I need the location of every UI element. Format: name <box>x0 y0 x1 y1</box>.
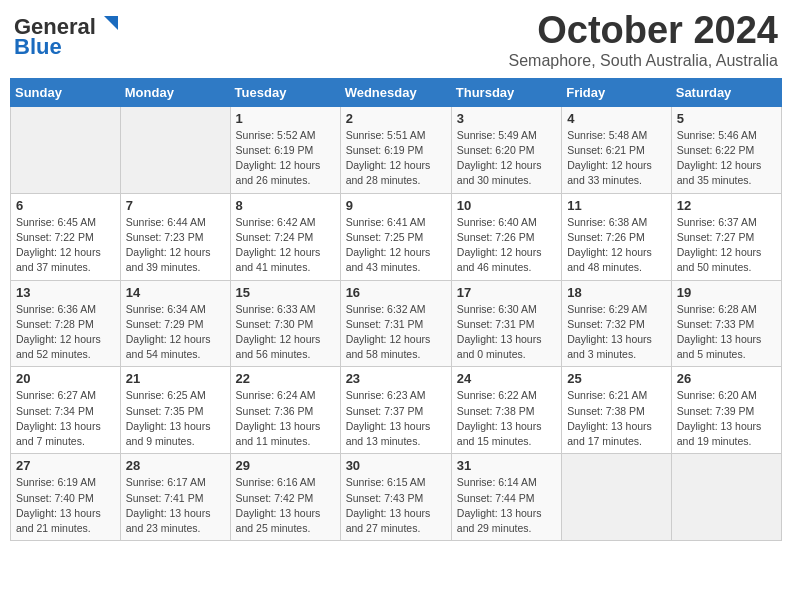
day-detail: Sunrise: 6:15 AM Sunset: 7:43 PM Dayligh… <box>346 475 446 536</box>
day-detail: Sunrise: 5:48 AM Sunset: 6:21 PM Dayligh… <box>567 128 666 189</box>
day-of-week-header: Wednesday <box>340 78 451 106</box>
day-detail: Sunrise: 6:30 AM Sunset: 7:31 PM Dayligh… <box>457 302 556 363</box>
logo-icon <box>98 14 120 36</box>
calendar-cell: 30Sunrise: 6:15 AM Sunset: 7:43 PM Dayli… <box>340 454 451 541</box>
page-header: General Blue October 2024 Semaphore, Sou… <box>10 10 782 70</box>
day-number: 26 <box>677 371 776 386</box>
logo-blue-text: Blue <box>14 34 62 60</box>
day-number: 15 <box>236 285 335 300</box>
calendar-cell: 17Sunrise: 6:30 AM Sunset: 7:31 PM Dayli… <box>451 280 561 367</box>
day-number: 18 <box>567 285 666 300</box>
day-detail: Sunrise: 6:27 AM Sunset: 7:34 PM Dayligh… <box>16 388 115 449</box>
day-detail: Sunrise: 6:29 AM Sunset: 7:32 PM Dayligh… <box>567 302 666 363</box>
title-block: October 2024 Semaphore, South Australia,… <box>509 10 779 70</box>
day-number: 5 <box>677 111 776 126</box>
calendar-cell: 29Sunrise: 6:16 AM Sunset: 7:42 PM Dayli… <box>230 454 340 541</box>
calendar-table: SundayMondayTuesdayWednesdayThursdayFrid… <box>10 78 782 541</box>
day-detail: Sunrise: 6:42 AM Sunset: 7:24 PM Dayligh… <box>236 215 335 276</box>
calendar-week-row: 13Sunrise: 6:36 AM Sunset: 7:28 PM Dayli… <box>11 280 782 367</box>
calendar-cell: 21Sunrise: 6:25 AM Sunset: 7:35 PM Dayli… <box>120 367 230 454</box>
calendar-cell: 25Sunrise: 6:21 AM Sunset: 7:38 PM Dayli… <box>562 367 672 454</box>
calendar-cell: 27Sunrise: 6:19 AM Sunset: 7:40 PM Dayli… <box>11 454 121 541</box>
day-number: 11 <box>567 198 666 213</box>
calendar-week-row: 6Sunrise: 6:45 AM Sunset: 7:22 PM Daylig… <box>11 193 782 280</box>
day-detail: Sunrise: 6:22 AM Sunset: 7:38 PM Dayligh… <box>457 388 556 449</box>
calendar-cell: 10Sunrise: 6:40 AM Sunset: 7:26 PM Dayli… <box>451 193 561 280</box>
day-number: 12 <box>677 198 776 213</box>
day-number: 8 <box>236 198 335 213</box>
day-number: 14 <box>126 285 225 300</box>
calendar-cell: 31Sunrise: 6:14 AM Sunset: 7:44 PM Dayli… <box>451 454 561 541</box>
calendar-cell: 9Sunrise: 6:41 AM Sunset: 7:25 PM Daylig… <box>340 193 451 280</box>
day-detail: Sunrise: 6:34 AM Sunset: 7:29 PM Dayligh… <box>126 302 225 363</box>
day-of-week-header: Monday <box>120 78 230 106</box>
day-number: 19 <box>677 285 776 300</box>
day-number: 2 <box>346 111 446 126</box>
calendar-cell: 19Sunrise: 6:28 AM Sunset: 7:33 PM Dayli… <box>671 280 781 367</box>
day-detail: Sunrise: 6:20 AM Sunset: 7:39 PM Dayligh… <box>677 388 776 449</box>
day-detail: Sunrise: 6:40 AM Sunset: 7:26 PM Dayligh… <box>457 215 556 276</box>
day-detail: Sunrise: 6:24 AM Sunset: 7:36 PM Dayligh… <box>236 388 335 449</box>
calendar-cell: 1Sunrise: 5:52 AM Sunset: 6:19 PM Daylig… <box>230 106 340 193</box>
calendar-cell: 15Sunrise: 6:33 AM Sunset: 7:30 PM Dayli… <box>230 280 340 367</box>
day-detail: Sunrise: 6:25 AM Sunset: 7:35 PM Dayligh… <box>126 388 225 449</box>
day-detail: Sunrise: 5:46 AM Sunset: 6:22 PM Dayligh… <box>677 128 776 189</box>
calendar-cell <box>671 454 781 541</box>
day-detail: Sunrise: 5:52 AM Sunset: 6:19 PM Dayligh… <box>236 128 335 189</box>
day-number: 4 <box>567 111 666 126</box>
day-of-week-header: Friday <box>562 78 672 106</box>
day-number: 7 <box>126 198 225 213</box>
day-detail: Sunrise: 5:49 AM Sunset: 6:20 PM Dayligh… <box>457 128 556 189</box>
day-detail: Sunrise: 6:14 AM Sunset: 7:44 PM Dayligh… <box>457 475 556 536</box>
day-of-week-header: Saturday <box>671 78 781 106</box>
day-number: 23 <box>346 371 446 386</box>
day-detail: Sunrise: 5:51 AM Sunset: 6:19 PM Dayligh… <box>346 128 446 189</box>
day-detail: Sunrise: 6:45 AM Sunset: 7:22 PM Dayligh… <box>16 215 115 276</box>
calendar-cell <box>562 454 672 541</box>
day-number: 28 <box>126 458 225 473</box>
calendar-week-row: 1Sunrise: 5:52 AM Sunset: 6:19 PM Daylig… <box>11 106 782 193</box>
calendar-cell <box>120 106 230 193</box>
day-number: 25 <box>567 371 666 386</box>
day-detail: Sunrise: 6:21 AM Sunset: 7:38 PM Dayligh… <box>567 388 666 449</box>
day-number: 22 <box>236 371 335 386</box>
calendar-cell: 5Sunrise: 5:46 AM Sunset: 6:22 PM Daylig… <box>671 106 781 193</box>
calendar-cell: 28Sunrise: 6:17 AM Sunset: 7:41 PM Dayli… <box>120 454 230 541</box>
calendar-cell: 3Sunrise: 5:49 AM Sunset: 6:20 PM Daylig… <box>451 106 561 193</box>
day-detail: Sunrise: 6:37 AM Sunset: 7:27 PM Dayligh… <box>677 215 776 276</box>
calendar-cell: 12Sunrise: 6:37 AM Sunset: 7:27 PM Dayli… <box>671 193 781 280</box>
calendar-cell <box>11 106 121 193</box>
calendar-cell: 24Sunrise: 6:22 AM Sunset: 7:38 PM Dayli… <box>451 367 561 454</box>
day-number: 16 <box>346 285 446 300</box>
day-number: 21 <box>126 371 225 386</box>
calendar-cell: 23Sunrise: 6:23 AM Sunset: 7:37 PM Dayli… <box>340 367 451 454</box>
day-detail: Sunrise: 6:28 AM Sunset: 7:33 PM Dayligh… <box>677 302 776 363</box>
day-number: 1 <box>236 111 335 126</box>
calendar-cell: 11Sunrise: 6:38 AM Sunset: 7:26 PM Dayli… <box>562 193 672 280</box>
day-number: 9 <box>346 198 446 213</box>
page-subtitle: Semaphore, South Australia, Australia <box>509 52 779 70</box>
day-detail: Sunrise: 6:17 AM Sunset: 7:41 PM Dayligh… <box>126 475 225 536</box>
calendar-cell: 13Sunrise: 6:36 AM Sunset: 7:28 PM Dayli… <box>11 280 121 367</box>
calendar-cell: 4Sunrise: 5:48 AM Sunset: 6:21 PM Daylig… <box>562 106 672 193</box>
calendar-header-row: SundayMondayTuesdayWednesdayThursdayFrid… <box>11 78 782 106</box>
day-detail: Sunrise: 6:36 AM Sunset: 7:28 PM Dayligh… <box>16 302 115 363</box>
calendar-cell: 14Sunrise: 6:34 AM Sunset: 7:29 PM Dayli… <box>120 280 230 367</box>
calendar-cell: 22Sunrise: 6:24 AM Sunset: 7:36 PM Dayli… <box>230 367 340 454</box>
svg-marker-0 <box>104 16 118 30</box>
day-detail: Sunrise: 6:33 AM Sunset: 7:30 PM Dayligh… <box>236 302 335 363</box>
day-number: 27 <box>16 458 115 473</box>
day-number: 10 <box>457 198 556 213</box>
day-number: 3 <box>457 111 556 126</box>
day-detail: Sunrise: 6:44 AM Sunset: 7:23 PM Dayligh… <box>126 215 225 276</box>
day-of-week-header: Tuesday <box>230 78 340 106</box>
calendar-week-row: 27Sunrise: 6:19 AM Sunset: 7:40 PM Dayli… <box>11 454 782 541</box>
day-detail: Sunrise: 6:38 AM Sunset: 7:26 PM Dayligh… <box>567 215 666 276</box>
calendar-cell: 8Sunrise: 6:42 AM Sunset: 7:24 PM Daylig… <box>230 193 340 280</box>
calendar-cell: 2Sunrise: 5:51 AM Sunset: 6:19 PM Daylig… <box>340 106 451 193</box>
calendar-cell: 7Sunrise: 6:44 AM Sunset: 7:23 PM Daylig… <box>120 193 230 280</box>
day-number: 20 <box>16 371 115 386</box>
day-number: 29 <box>236 458 335 473</box>
day-number: 24 <box>457 371 556 386</box>
day-number: 17 <box>457 285 556 300</box>
